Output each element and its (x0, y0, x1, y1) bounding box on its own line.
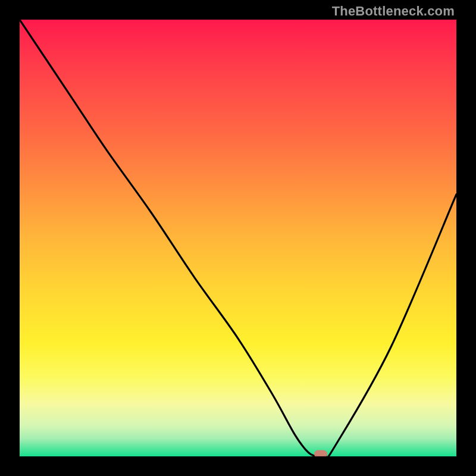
optimal-point-marker (314, 450, 327, 457)
watermark-label: TheBottleneck.com (332, 4, 455, 19)
chart-frame: TheBottleneck.com (0, 0, 476, 476)
plot-area (20, 20, 456, 456)
bottleneck-curve (20, 20, 456, 456)
